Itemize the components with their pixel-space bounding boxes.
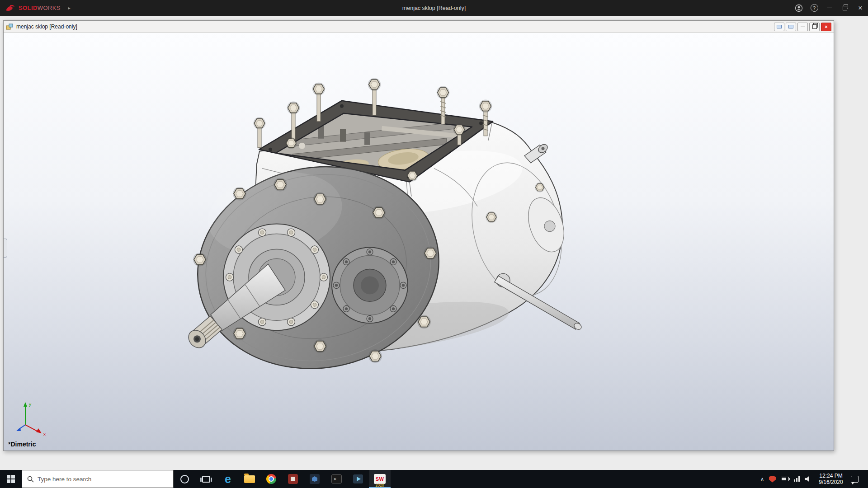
assembly-document-icon — [6, 23, 14, 30]
pinned-app-button-3[interactable]: >_ — [326, 470, 347, 488]
pinned-app-icon-1 — [288, 474, 298, 484]
antivirus-tray-icon[interactable] — [769, 476, 776, 483]
cortana-button[interactable] — [174, 470, 195, 488]
task-view-button[interactable] — [195, 470, 217, 488]
close-icon: × — [858, 5, 862, 12]
network-icon[interactable] — [794, 476, 800, 482]
help-button[interactable]: ? — [807, 0, 822, 16]
file-explorer-button[interactable] — [239, 470, 260, 488]
minimize-icon — [801, 27, 805, 27]
task-view-icon — [202, 476, 210, 483]
new-window-icon — [777, 25, 782, 28]
account-button[interactable] — [791, 0, 807, 16]
ds-logo-icon — [5, 4, 15, 12]
view-orientation-label: *Dimetric — [8, 441, 36, 448]
app-close-button[interactable]: × — [853, 0, 868, 16]
brand-name: SOLIDWORKS — [19, 5, 61, 11]
app-titlebar: SOLIDWORKS ▸ menjac sklop [Read-only] ? … — [0, 0, 868, 16]
solidworks-app-button[interactable]: SW 2020 — [369, 470, 391, 488]
windows-taskbar: e >_ SW 2020 ∧ 12:24 PM 9/16/2020 — [0, 470, 868, 488]
chrome-icon — [266, 474, 276, 484]
triad-y-label: y — [29, 402, 31, 407]
pinned-app-button-2[interactable] — [304, 470, 326, 488]
search-icon — [27, 476, 33, 483]
menu-flyout-arrow-icon[interactable]: ▸ — [68, 5, 71, 10]
system-tray: ∧ 12:24 PM 9/16/2020 — [760, 470, 868, 488]
doc-restore-button[interactable] — [809, 23, 820, 31]
restore-icon — [812, 24, 817, 29]
gearbox-3d-model[interactable]: y x — [4, 33, 834, 450]
orientation-triad[interactable]: y x — [16, 402, 46, 436]
solidworks-version-badge: 2020 — [369, 483, 391, 488]
solidworks-brand: SOLIDWORKS ▸ — [0, 4, 71, 12]
document-window: menjac sklop [Read-only] × — [3, 20, 834, 451]
pinned-app-icon-2 — [310, 474, 320, 484]
start-button[interactable] — [0, 470, 22, 488]
triad-z-arrow — [16, 427, 21, 431]
account-icon — [795, 4, 803, 12]
doc-minimize-button[interactable] — [797, 23, 808, 31]
document-titlebar[interactable]: menjac sklop [Read-only] × — [4, 21, 834, 33]
close-icon: × — [825, 24, 827, 29]
secondary-bearing-cover[interactable] — [332, 247, 408, 323]
graphics-viewport[interactable]: y x *Dimetric — [4, 33, 834, 450]
taskbar-search-box[interactable] — [22, 470, 174, 488]
action-center-icon[interactable] — [851, 476, 859, 483]
minimize-icon — [827, 8, 832, 8]
pinned-app-button-4[interactable] — [347, 470, 369, 488]
edge-icon: e — [225, 474, 231, 485]
app-restore-button[interactable] — [837, 0, 853, 16]
taskbar-clock[interactable]: 12:24 PM 9/16/2020 — [816, 473, 846, 485]
triad-x-arrow — [36, 428, 42, 433]
split-view-icon — [788, 25, 793, 28]
edge-button[interactable]: e — [217, 470, 239, 488]
media-app-icon — [353, 474, 363, 483]
triad-y-arrow — [24, 402, 27, 407]
panel-collapse-handle[interactable] — [4, 239, 7, 258]
windows-logo-icon — [7, 475, 15, 483]
doc-new-window-button[interactable] — [774, 23, 784, 31]
volume-icon[interactable] — [805, 476, 811, 482]
clock-time: 12:24 PM — [816, 473, 846, 479]
chrome-button[interactable] — [260, 470, 282, 488]
terminal-icon: >_ — [331, 474, 342, 483]
battery-icon[interactable] — [781, 477, 789, 481]
search-input[interactable] — [38, 476, 168, 483]
app-window-title: menjac sklop [Read-only] — [0, 5, 868, 11]
doc-close-button[interactable]: × — [821, 23, 831, 31]
cortana-icon — [180, 475, 189, 483]
file-explorer-icon — [244, 475, 255, 483]
help-icon: ? — [811, 4, 818, 12]
app-minimize-button[interactable] — [822, 0, 837, 16]
triad-x-label: x — [43, 432, 46, 436]
solidworks-app-icon: SW — [374, 474, 386, 484]
document-title: menjac sklop [Read-only] — [16, 23, 77, 30]
clock-date: 9/16/2020 — [816, 479, 846, 485]
restore-icon — [843, 6, 847, 10]
doc-split-view-button[interactable] — [786, 23, 796, 31]
tray-expand-icon[interactable]: ∧ — [760, 476, 764, 482]
pinned-app-button-1[interactable] — [282, 470, 304, 488]
